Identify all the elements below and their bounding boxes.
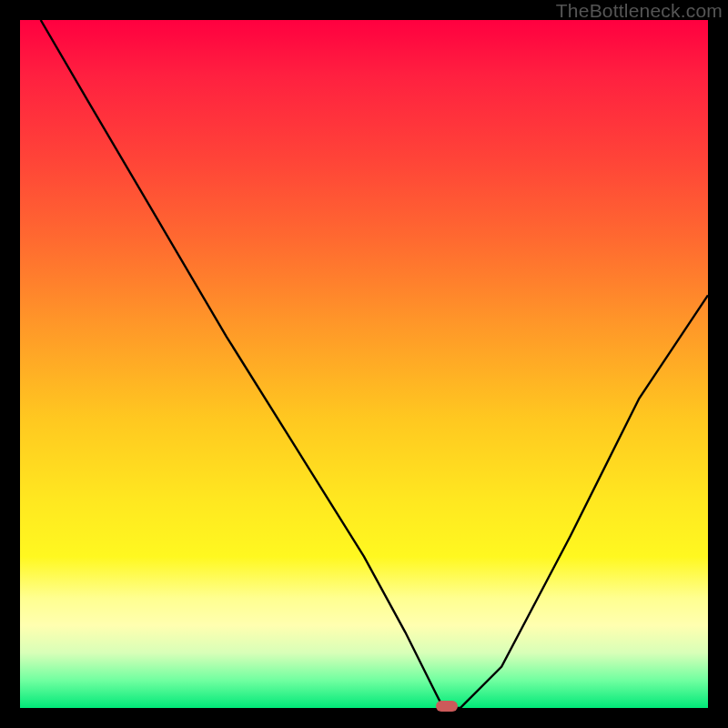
- watermark-text: TheBottleneck.com: [556, 0, 723, 22]
- plot-area: [20, 20, 708, 708]
- chart-frame: TheBottleneck.com: [0, 0, 728, 728]
- optimal-marker: [436, 701, 458, 712]
- bottleneck-curve: [20, 20, 708, 708]
